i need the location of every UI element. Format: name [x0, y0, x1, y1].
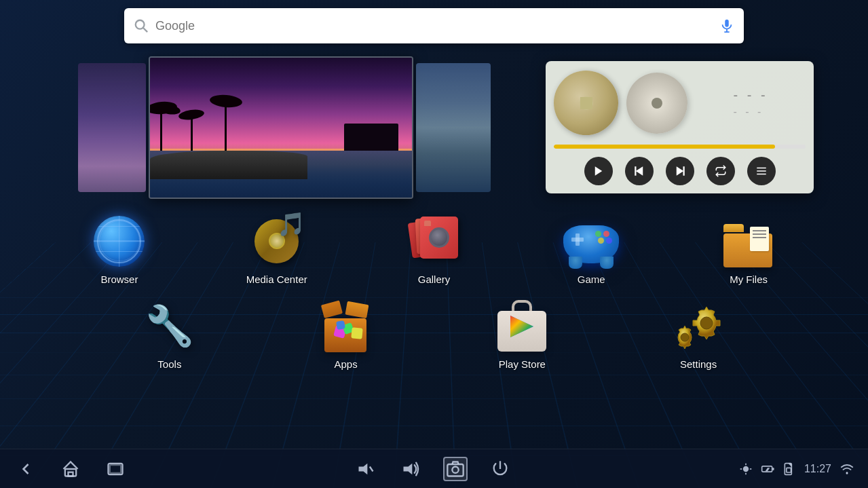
taskbar-controls [354, 457, 512, 481]
time-display: 11:27 [804, 463, 831, 475]
power-button[interactable] [488, 457, 512, 481]
volume-down-button[interactable] [354, 457, 378, 481]
app-game[interactable]: Game [512, 207, 670, 292]
gallery-photo-center[interactable] [149, 56, 413, 199]
playstore-label: Play Store [499, 358, 546, 370]
gallery-photo-left[interactable] [78, 63, 146, 192]
music-widget: ♪ - - - - - - [546, 61, 814, 193]
apps-grid: Browser 🎵 Media Center [0, 207, 868, 377]
apps-row-1: Browser 🎵 Media Center [0, 207, 868, 292]
svg-marker-8 [676, 166, 683, 176]
game-icon [564, 214, 618, 268]
app-gallery[interactable]: Gallery [356, 207, 513, 292]
gallery-icon [407, 214, 461, 268]
play-button[interactable] [584, 157, 613, 185]
wifi-icon [839, 462, 854, 476]
search-bar[interactable] [124, 8, 744, 43]
repeat-button[interactable] [706, 157, 735, 185]
volume-up-button[interactable] [398, 457, 423, 481]
browser-icon [92, 214, 147, 268]
svg-rect-9 [683, 166, 684, 176]
svg-point-15 [700, 317, 713, 329]
svg-marker-23 [404, 463, 413, 474]
screenshot-button[interactable] [443, 457, 468, 481]
app-mediacenter[interactable]: 🎵 Media Center [198, 207, 356, 292]
taskbar: 11:27 [0, 449, 868, 488]
gallery-label: Gallery [418, 274, 451, 285]
gallery-photo-right[interactable] [416, 63, 491, 192]
svg-line-22 [370, 466, 373, 471]
home-button[interactable] [58, 457, 83, 481]
svg-rect-7 [635, 166, 636, 176]
app-apps[interactable]: Apps [261, 292, 431, 377]
game-label: Game [578, 274, 605, 285]
gallery-widget[interactable] [78, 53, 499, 202]
playlist-button[interactable] [747, 157, 776, 185]
svg-rect-18 [69, 472, 73, 476]
search-input[interactable] [155, 19, 719, 33]
svg-marker-6 [635, 166, 643, 176]
svg-marker-5 [595, 166, 602, 176]
mediacenter-icon: 🎵 [250, 214, 304, 268]
back-button[interactable] [14, 457, 38, 481]
app-myfiles[interactable]: My Files [670, 207, 827, 292]
apps-label: Apps [335, 358, 358, 370]
svg-point-0 [136, 20, 145, 29]
search-icon [134, 18, 149, 33]
svg-point-16 [681, 333, 689, 341]
svg-point-36 [846, 472, 848, 474]
browser-label: Browser [100, 274, 138, 285]
tools-icon: 🔧 [143, 299, 197, 353]
settings-label: Settings [680, 358, 717, 370]
music-track-info: - - - - - - [696, 88, 806, 118]
svg-rect-2 [725, 20, 729, 27]
mic-icon[interactable] [719, 18, 734, 33]
svg-point-26 [743, 466, 749, 471]
svg-point-25 [453, 466, 459, 472]
svg-rect-20 [110, 465, 121, 473]
svg-marker-21 [359, 463, 368, 474]
taskbar-status: 11:27 [739, 462, 854, 476]
settings-icon [671, 299, 725, 353]
music-artist: - - - [733, 106, 768, 118]
app-browser[interactable]: Browser [41, 207, 198, 292]
app-playstore[interactable]: Play Store [437, 292, 607, 377]
recents-button[interactable] [103, 457, 128, 481]
svg-rect-35 [787, 468, 791, 472]
mediacenter-label: Media Center [246, 274, 307, 285]
app-tools[interactable]: 🔧 Tools [85, 292, 254, 377]
svg-marker-14 [510, 316, 533, 337]
sim-icon [782, 462, 796, 476]
taskbar-nav-left [14, 457, 128, 481]
apps-row-2: 🔧 Tools Apps [0, 292, 868, 377]
progress-fill [554, 145, 775, 149]
music-controls [546, 151, 814, 193]
battery-charging-icon [761, 462, 774, 476]
music-info-area: ♪ - - - - - - [546, 61, 814, 145]
myfiles-label: My Files [730, 274, 768, 285]
svg-line-1 [143, 28, 147, 32]
progress-track [554, 145, 806, 149]
myfiles-icon [721, 214, 776, 268]
brightness-icon [739, 462, 753, 476]
music-progress[interactable] [546, 145, 814, 151]
prev-button[interactable] [625, 157, 654, 185]
next-button[interactable] [666, 157, 694, 185]
album-art: ♪ [554, 71, 618, 135]
app-settings[interactable]: Settings [614, 292, 783, 377]
apps-icon [319, 299, 373, 353]
music-title: - - - [733, 88, 768, 103]
playstore-icon [495, 299, 549, 353]
tools-label: Tools [157, 358, 181, 370]
